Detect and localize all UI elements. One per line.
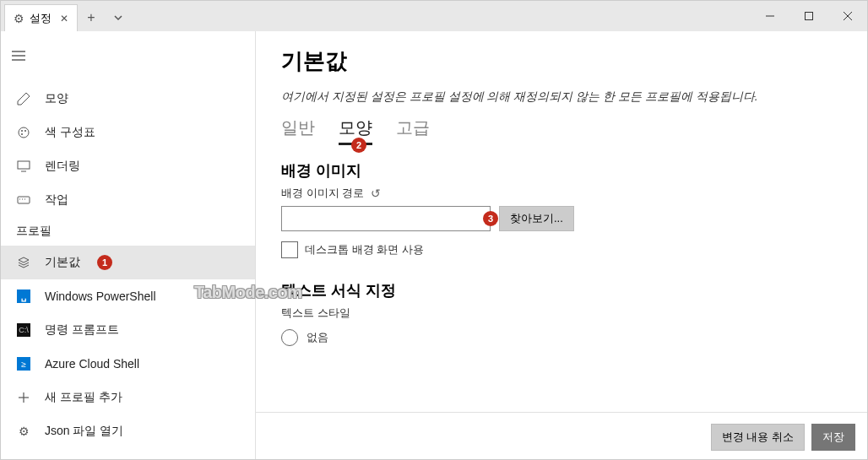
bg-path-input[interactable] bbox=[281, 206, 491, 231]
palette-icon bbox=[16, 125, 31, 140]
reset-icon[interactable]: ↺ bbox=[371, 187, 381, 200]
sidebar-item-actions[interactable]: 작업 bbox=[1, 183, 255, 217]
powershell-icon: ␣ bbox=[16, 289, 31, 304]
radio-label-none: 없음 bbox=[307, 330, 328, 345]
sidebar-item-label: Azure Cloud Shell bbox=[45, 357, 139, 371]
radio-none[interactable] bbox=[281, 329, 298, 346]
new-tab-button[interactable]: + bbox=[78, 4, 105, 31]
sidebar-item-label: 작업 bbox=[45, 192, 68, 208]
badge-1: 1 bbox=[97, 255, 112, 270]
sidebar-item-label: 렌더링 bbox=[45, 159, 80, 174]
sidebar-item-color-schemes[interactable]: 색 구성표 bbox=[1, 116, 255, 149]
tab-settings[interactable]: ⚙ 설정 ✕ bbox=[4, 4, 78, 31]
svg-rect-13 bbox=[18, 197, 30, 203]
minimize-button[interactable] bbox=[751, 1, 789, 31]
svg-point-9 bbox=[24, 130, 26, 132]
sidebar-item-label: Json 파일 열기 bbox=[45, 424, 123, 439]
sidebar-item-label: Windows PowerShell bbox=[45, 290, 156, 303]
subtab-label: 모양 bbox=[339, 118, 372, 137]
close-icon[interactable]: ✕ bbox=[60, 13, 68, 24]
subtabs: 일반 모양 2 고급 bbox=[281, 116, 844, 145]
tab-title: 설정 bbox=[30, 11, 52, 26]
maximize-button[interactable] bbox=[789, 1, 828, 31]
pencil-icon bbox=[16, 91, 31, 106]
footer-bar: 변경 내용 취소 저장 bbox=[256, 412, 867, 460]
badge-2: 2 bbox=[351, 138, 366, 153]
azure-icon: ≥ bbox=[16, 356, 31, 371]
sidebar-header-profiles: 프로필 bbox=[1, 217, 255, 246]
sidebar-item-open-json[interactable]: ⚙ Json 파일 열기 bbox=[1, 414, 255, 448]
subtab-general[interactable]: 일반 bbox=[281, 116, 315, 143]
save-button[interactable]: 저장 bbox=[811, 424, 855, 451]
sidebar-header-label: 프로필 bbox=[16, 224, 52, 239]
svg-point-10 bbox=[21, 133, 23, 135]
tab-dropdown-button[interactable] bbox=[105, 4, 132, 31]
page-description: 여기에서 지정된 설정은 프로필 설정에 의해 재정의되지 않는 한 모든 프로… bbox=[281, 89, 844, 105]
plus-icon bbox=[16, 390, 31, 405]
sidebar-item-label: 기본값 bbox=[45, 255, 80, 270]
badge-3: 3 bbox=[483, 211, 498, 226]
field-label-bg-path: 배경 이미지 경로 bbox=[281, 186, 364, 201]
close-button[interactable] bbox=[828, 1, 867, 31]
page-title: 기본값 bbox=[281, 46, 844, 76]
sidebar-item-azure[interactable]: ≥ Azure Cloud Shell bbox=[1, 347, 255, 381]
sidebar-item-appearance[interactable]: 모양 bbox=[1, 82, 255, 116]
svg-point-8 bbox=[21, 130, 23, 132]
keyboard-icon bbox=[16, 192, 31, 208]
desktop-bg-checkbox[interactable] bbox=[281, 241, 298, 258]
title-bar: ⚙ 설정 ✕ + bbox=[1, 1, 867, 31]
sidebar-item-label: 모양 bbox=[45, 91, 68, 106]
field-label-text-style: 텍스트 스타일 bbox=[281, 306, 350, 321]
hamburger-button[interactable] bbox=[1, 38, 36, 73]
section-title-text-format: 텍스트 서식 지정 bbox=[281, 280, 844, 300]
gear-icon: ⚙ bbox=[16, 424, 31, 439]
cmd-icon: C:\ bbox=[16, 322, 31, 338]
content-pane: 기본값 여기에서 지정된 설정은 프로필 설정에 의해 재정의되지 않는 한 모… bbox=[256, 31, 867, 460]
subtab-appearance[interactable]: 모양 2 bbox=[339, 116, 372, 145]
monitor-icon bbox=[16, 159, 31, 174]
subtab-advanced[interactable]: 고급 bbox=[396, 116, 430, 143]
sidebar-item-powershell[interactable]: ␣ Windows PowerShell bbox=[1, 279, 255, 313]
sidebar: 모양 색 구성표 렌더링 작업 프로필 bbox=[1, 31, 256, 460]
checkbox-label: 데스크톱 배경 화면 사용 bbox=[305, 242, 424, 257]
browse-button[interactable]: 찾아보기... bbox=[499, 206, 574, 231]
sidebar-item-defaults[interactable]: 기본값 1 bbox=[1, 246, 255, 279]
section-title-background: 배경 이미지 bbox=[281, 160, 844, 181]
svg-point-7 bbox=[19, 127, 29, 138]
cancel-button[interactable]: 변경 내용 취소 bbox=[711, 424, 805, 451]
sidebar-item-label: 색 구성표 bbox=[45, 125, 95, 140]
svg-rect-1 bbox=[806, 13, 813, 20]
sidebar-item-add-profile[interactable]: 새 프로필 추가 bbox=[1, 381, 255, 414]
sidebar-item-rendering[interactable]: 렌더링 bbox=[1, 149, 255, 183]
layers-icon bbox=[16, 255, 31, 270]
svg-rect-11 bbox=[18, 161, 30, 169]
gear-icon: ⚙ bbox=[14, 12, 24, 25]
sidebar-item-cmd[interactable]: C:\ 명령 프롬프트 bbox=[1, 313, 255, 347]
sidebar-item-label: 명령 프롬프트 bbox=[45, 322, 119, 338]
window-controls bbox=[751, 1, 867, 31]
subtab-label: 일반 bbox=[281, 118, 315, 137]
sidebar-item-label: 새 프로필 추가 bbox=[45, 390, 122, 405]
subtab-label: 고급 bbox=[396, 118, 430, 137]
